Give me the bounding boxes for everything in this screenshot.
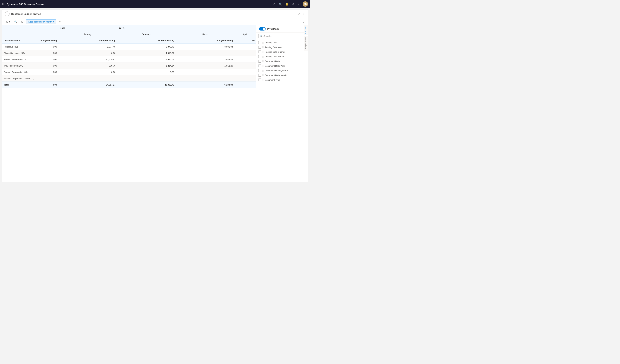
month-january: January: [58, 31, 117, 37]
grid-icon[interactable]: ⊞: [2, 2, 4, 6]
breadcrumb-right: ↗ ⤢: [297, 12, 305, 16]
row-1-name: Alpine Ski House (55): [2, 50, 39, 56]
pivot-mode-label: Pivot Mode: [267, 28, 279, 30]
row-0-col3: 2,877.48: [117, 44, 176, 50]
col-sum-remaining-4: Su: [234, 37, 256, 44]
main-container: ← Customer Ledger Entries ↗ ⤢ ⊞ ▾ 🔍 ⊟ Ag…: [2, 9, 308, 182]
posting-date-month-drag-icon: ⣿: [262, 56, 264, 58]
row-2-col2: 20,409.93: [58, 56, 117, 63]
year-2022[interactable]: 2022 ‹: [117, 26, 256, 30]
search-box[interactable]: 🔍: [258, 34, 306, 38]
filter-button[interactable]: ▽: [302, 19, 305, 24]
breadcrumb-bar: ← Customer Ledger Entries ↗ ⤢: [2, 10, 308, 18]
search-icon: 🔍: [14, 20, 17, 23]
row-3-name: Trey Research (101): [2, 63, 39, 69]
page-title: Customer Ledger Entries: [11, 13, 295, 15]
document-date-checkbox[interactable]: [258, 60, 261, 62]
posting-date-year-checkbox[interactable]: [258, 46, 261, 48]
total-col1: 0.00: [39, 82, 58, 88]
side-label-columns[interactable]: Columns: [304, 25, 308, 35]
document-date-quarter-drag-icon: ⣿: [262, 70, 264, 72]
row-2-col1: 0.00: [39, 56, 58, 63]
posting-date-checkbox[interactable]: [258, 41, 261, 44]
side-label-filters[interactable]: Analysis Filters: [304, 36, 308, 51]
pivot-mode-toggle[interactable]: [259, 27, 266, 30]
analysis-tab[interactable]: Aged accounts by month ▾: [26, 19, 56, 24]
avatar[interactable]: JD: [303, 1, 308, 7]
document-date-quarter-checkbox[interactable]: [258, 69, 261, 72]
external-link-icon[interactable]: ↗: [297, 12, 300, 16]
settings-icon[interactable]: ⚙: [292, 2, 294, 6]
row-4-name: Adatum Corporation (68): [2, 69, 39, 75]
topbar: ⊞ Dynamics 365 Business Central ⊙ 🔍 🔔 ⚙ …: [0, 0, 310, 8]
row-0-col4: 3,081.84: [176, 44, 234, 50]
row-5-col5: [234, 75, 256, 82]
document-date-drag-icon: ⣿: [262, 60, 264, 62]
col-item-posting-date[interactable]: ⣿ Posting Date: [256, 40, 308, 45]
table-row: Adatum Corporation - Discu... (1): [2, 75, 256, 82]
document-date-quarter-label: Document Date Quarter: [265, 69, 288, 72]
table-area[interactable]: 2021 › 2022 ‹: [2, 25, 256, 182]
month-march: March: [176, 31, 234, 37]
row-2-col3: 19,944.69: [117, 56, 176, 63]
col-item-posting-date-month[interactable]: ⣿ Posting Date Month: [256, 54, 308, 59]
view-chevron: ▾: [9, 20, 10, 23]
row-0-name: Relecloud (83): [2, 44, 39, 50]
posting-date-label: Posting Date: [265, 41, 277, 44]
pivot-table: 2021 › 2022 ‹: [2, 25, 256, 138]
table-row: School of Fine Art (113) 0.00 20,409.93 …: [2, 56, 256, 63]
pivot-mode-row: Pivot Mode: [256, 25, 308, 33]
row-3-col2: 809.76: [58, 63, 117, 69]
col-sum-remaining-2: Sum(Remaining: [117, 37, 176, 44]
year-2021[interactable]: 2021 ›: [58, 26, 117, 30]
month-february: February: [117, 31, 176, 37]
total-col5: [234, 82, 256, 88]
row-1-col1: 0.00: [39, 50, 58, 56]
col-item-posting-date-quarter[interactable]: ⣿ Posting Date Quarter: [256, 49, 308, 54]
col-item-document-type[interactable]: ⣿ Document Type: [256, 77, 308, 82]
row-2-col5: [234, 56, 256, 63]
year-2022-arrow: ‹: [124, 27, 125, 29]
analysis-tab-chevron: ▾: [53, 20, 54, 23]
col-item-document-date-month[interactable]: ⣿ Document Date Month: [256, 73, 308, 77]
search-icon[interactable]: 🔍: [279, 2, 282, 6]
posting-date-month-checkbox[interactable]: [258, 55, 261, 58]
document-type-checkbox[interactable]: [258, 78, 261, 81]
col-item-document-date-quarter[interactable]: ⣿ Document Date Quarter: [256, 68, 308, 73]
add-analysis-button[interactable]: +: [58, 19, 62, 24]
document-date-month-checkbox[interactable]: [258, 74, 261, 76]
document-date-month-label: Document Date Month: [265, 74, 286, 76]
col-item-document-date[interactable]: ⣿ Document Date: [256, 59, 308, 63]
month-april: April: [234, 31, 256, 37]
row-1-col2: 0.00: [58, 50, 117, 56]
view-toggle-button[interactable]: ⊞ ▾: [5, 20, 12, 24]
app-title: Dynamics 365 Business Central: [6, 3, 271, 5]
row-5-col2: [58, 75, 117, 82]
table-view-button[interactable]: ⊟: [20, 20, 25, 24]
year-2022-label: 2022: [119, 27, 124, 30]
toolbar-search-button[interactable]: 🔍: [13, 20, 18, 24]
row-2-col4: 2,039.85: [176, 56, 234, 63]
toolbar: ⊞ ▾ 🔍 ⊟ Aged accounts by month ▾ + ▽: [2, 18, 308, 25]
side-labels: Columns Analysis Filters: [304, 25, 308, 182]
col-header-row: Customer Name Sum(Remaining Sum(Remainin…: [2, 37, 256, 44]
row-4-col1: 0.00: [39, 69, 58, 75]
document-date-year-label: Document Date Year: [265, 65, 285, 67]
row-5-name: Adatum Corporation - Discu... (1): [2, 75, 39, 82]
year-header-row: 2021 › 2022 ‹: [2, 25, 256, 31]
back-button[interactable]: ←: [5, 12, 10, 16]
search-input[interactable]: [264, 35, 304, 37]
table-icon: ⊟: [21, 20, 23, 23]
collaborate-icon[interactable]: ⊙: [273, 2, 276, 6]
help-icon[interactable]: ?: [298, 2, 299, 5]
row-5-col4: [176, 75, 234, 82]
total-col2: 24,097.17: [58, 82, 117, 88]
expand-icon[interactable]: ⤢: [302, 12, 305, 16]
col-item-posting-date-year[interactable]: ⣿ Posting Date Year: [256, 45, 308, 49]
col-customer-name: Customer Name: [2, 37, 39, 44]
document-date-year-checkbox[interactable]: [258, 64, 261, 67]
notification-icon[interactable]: 🔔: [285, 2, 289, 6]
posting-date-quarter-checkbox[interactable]: [258, 50, 261, 53]
row-3-col3: 1,214.64: [117, 63, 176, 69]
col-item-document-date-year[interactable]: ⣿ Document Date Year: [256, 63, 308, 68]
